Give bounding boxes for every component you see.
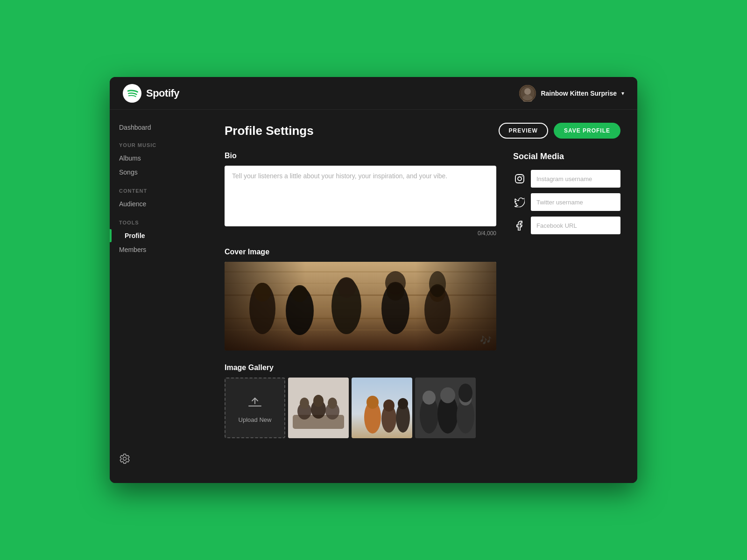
- gallery-grid: Upload New: [225, 378, 496, 438]
- sidebar-section-tools: TOOLS Profile Members: [119, 220, 198, 256]
- svg-rect-51: [515, 175, 524, 183]
- svg-point-15: [254, 283, 271, 301]
- spotify-logo-icon: [123, 84, 141, 103]
- svg-point-42: [398, 398, 408, 409]
- sidebar-item-albums[interactable]: Albums: [119, 152, 198, 165]
- app-name: Spotify: [146, 87, 179, 99]
- svg-point-33: [300, 398, 309, 409]
- svg-point-25: [429, 271, 446, 297]
- cover-image-section: Cover Image: [225, 248, 496, 350]
- tools-section-label: TOOLS: [119, 220, 198, 225]
- left-column: Bio 0/4,000 Cover Image: [225, 152, 496, 438]
- cover-image: [225, 262, 496, 350]
- sidebar-item-members[interactable]: Members: [119, 243, 198, 256]
- svg-point-53: [522, 176, 523, 177]
- two-col-layout: Bio 0/4,000 Cover Image: [225, 152, 620, 438]
- svg-point-47: [440, 387, 455, 403]
- svg-point-52: [518, 177, 521, 181]
- twitter-row: [513, 193, 620, 211]
- twitter-input[interactable]: [531, 193, 620, 211]
- upload-icon: [247, 392, 263, 412]
- logo-area: Spotify: [123, 84, 179, 103]
- facebook-row: [513, 217, 620, 234]
- preview-button[interactable]: PREVIEW: [499, 123, 548, 139]
- bio-counter: 0/4,000: [225, 230, 496, 237]
- svg-point-45: [423, 391, 436, 405]
- upload-label: Upload New: [239, 416, 272, 423]
- instagram-input[interactable]: [531, 170, 620, 188]
- sidebar: Dashboard YOUR MUSIC Albums Songs CONTEN…: [110, 110, 208, 483]
- upload-new-button[interactable]: Upload New: [225, 378, 285, 438]
- main-layout: Dashboard YOUR MUSIC Albums Songs CONTEN…: [110, 110, 637, 483]
- svg-point-19: [337, 277, 356, 298]
- instagram-icon: [513, 172, 526, 185]
- sidebar-bottom: [119, 453, 198, 472]
- right-column: Social Media: [513, 152, 620, 438]
- cover-image-title: Cover Image: [225, 248, 496, 256]
- content-area: Profile Settings PREVIEW SAVE PROFILE Bi…: [208, 110, 637, 483]
- gallery-item-2[interactable]: [352, 378, 412, 438]
- sidebar-section-your-music: YOUR MUSIC Albums Songs: [119, 142, 198, 179]
- svg-point-34: [313, 395, 324, 407]
- facebook-icon: [513, 219, 526, 232]
- svg-point-40: [383, 399, 395, 412]
- save-profile-button[interactable]: SAVE PROFILE: [554, 123, 620, 139]
- top-bar: Spotify Rainbow Kitten Surprise ▾: [110, 77, 637, 110]
- sidebar-item-dashboard[interactable]: Dashboard: [119, 121, 198, 134]
- bio-section-title: Bio: [225, 152, 496, 160]
- svg-point-38: [366, 396, 379, 409]
- gallery-item-1[interactable]: [288, 378, 349, 438]
- bio-textarea[interactable]: [225, 166, 496, 226]
- svg-rect-26: [248, 406, 261, 406]
- user-avatar: [519, 85, 536, 102]
- chevron-down-icon: ▾: [621, 90, 624, 97]
- sidebar-item-audience[interactable]: Audience: [119, 197, 198, 210]
- social-media-title: Social Media: [513, 152, 620, 161]
- facebook-input[interactable]: [531, 217, 620, 234]
- app-window: Spotify Rainbow Kitten Surprise ▾ Dashbo…: [110, 77, 637, 483]
- gallery-item-3[interactable]: [415, 378, 476, 438]
- svg-point-24: [385, 271, 406, 294]
- content-header: Profile Settings PREVIEW SAVE PROFILE: [225, 123, 620, 139]
- your-music-section-label: YOUR MUSIC: [119, 142, 198, 148]
- settings-icon[interactable]: [119, 453, 198, 467]
- header-actions: PREVIEW SAVE PROFILE: [499, 123, 620, 139]
- gallery-section-title: Image Gallery: [225, 364, 496, 372]
- content-section-label: CONTENT: [119, 188, 198, 194]
- svg-point-35: [328, 398, 337, 409]
- page-title: Profile Settings: [225, 124, 314, 138]
- user-profile-button[interactable]: Rainbow Kitten Surprise ▾: [519, 85, 624, 102]
- sidebar-item-songs[interactable]: Songs: [119, 166, 198, 179]
- twitter-icon: [513, 196, 526, 209]
- instagram-row: [513, 170, 620, 188]
- user-name: Rainbow Kitten Surprise: [541, 90, 617, 97]
- bio-section: Bio 0/4,000: [225, 152, 496, 237]
- svg-point-2: [524, 88, 531, 95]
- image-gallery-section: Image Gallery Upload: [225, 364, 496, 438]
- sidebar-nav: Dashboard YOUR MUSIC Albums Songs CONTEN…: [119, 121, 198, 266]
- svg-point-17: [292, 285, 308, 302]
- sidebar-item-profile[interactable]: Profile: [119, 229, 198, 242]
- cover-image-container[interactable]: [225, 262, 496, 350]
- sidebar-section-content: CONTENT Audience: [119, 188, 198, 210]
- svg-point-50: [458, 384, 472, 402]
